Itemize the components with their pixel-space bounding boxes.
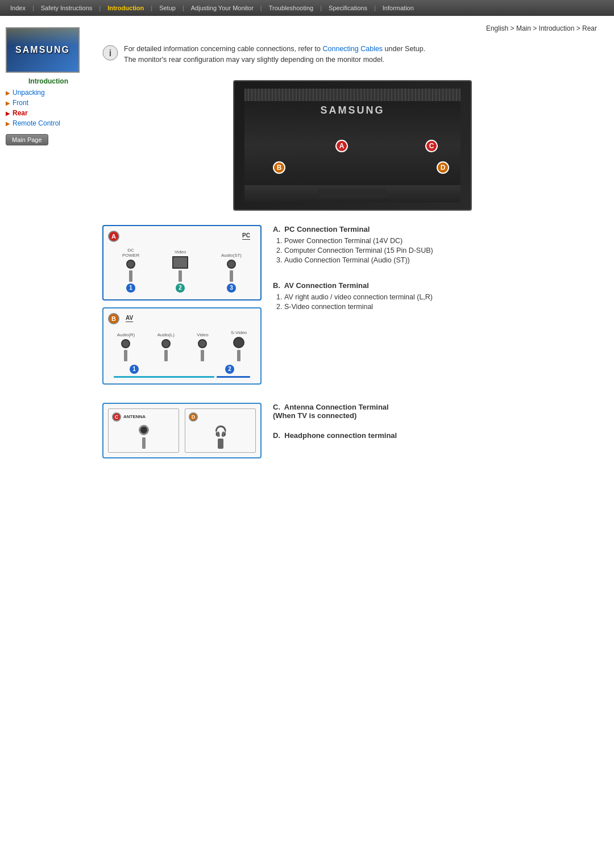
connection-box-b: B AV Audio(R)	[102, 307, 262, 385]
av-label-bar: AV	[123, 315, 256, 322]
section-a-title-text: PC Connection Terminal	[284, 225, 370, 233]
headphone-port	[189, 439, 252, 449]
port-audio-circle	[227, 260, 236, 269]
arrow-front-icon: ▶	[6, 100, 10, 106]
info-text-line2: under Setup.	[383, 45, 425, 53]
av-label: AV	[126, 315, 133, 322]
port-video-b: Video	[197, 332, 208, 361]
monitor-back-panel: SAMSUNG A C B D	[244, 89, 460, 202]
b-underlines	[108, 375, 256, 379]
port-audio-st-label: Audio(ST)	[221, 253, 242, 258]
headphone-section: D 🎧	[185, 408, 256, 453]
info-text-line3: The monitor's rear configuration may var…	[124, 56, 384, 64]
antenna-port	[112, 425, 175, 435]
pc-label-bar: PC	[123, 232, 256, 240]
sidebar-item-unpacking[interactable]: ▶ Unpacking	[6, 89, 91, 97]
svg-text:i: i	[109, 48, 111, 58]
port-audio-r-circle	[121, 339, 130, 348]
nav-sep-7: |	[374, 5, 376, 11]
antenna-pin-wrap	[112, 437, 175, 449]
sidebar-intro-label: Introduction	[6, 77, 91, 85]
headphone-icon: 🎧	[214, 425, 227, 437]
section-b-title-text: AV Connection Terminal	[284, 281, 369, 290]
info-text-block: For detailed information concerning cabl…	[124, 44, 425, 65]
navigation-bar: Index | Safety Instructions | Introducti…	[0, 0, 614, 16]
sidebar-item-remote[interactable]: ▶ Remote Control	[6, 119, 91, 127]
sidebar-item-front[interactable]: ▶ Front	[6, 99, 91, 107]
sidebar-link-remote[interactable]: Remote Control	[13, 119, 60, 127]
section-c-text: C. Antenna Connection Terminal (When TV …	[273, 403, 603, 420]
sidebar-link-rear[interactable]: Rear	[13, 109, 28, 117]
port-num-2-b: 2	[225, 365, 234, 374]
port-audio-r-pin	[124, 350, 127, 361]
connection-box-b-header: B AV	[108, 313, 256, 324]
badge-c-small: C	[112, 412, 121, 422]
sidebar-link-front[interactable]: Front	[13, 99, 28, 107]
nav-sep-2: |	[99, 5, 101, 11]
badge-b: B	[108, 313, 119, 324]
port-audio-pin	[230, 270, 233, 282]
nav-setup[interactable]: Setup	[155, 3, 180, 12]
pc-label: PC	[242, 232, 250, 240]
section-b-letter: B.	[273, 281, 283, 290]
nav-troubleshooting[interactable]: Troubleshooting	[264, 3, 318, 12]
section-c-title-text: Antenna Connection Terminal	[284, 403, 389, 411]
info-box: i For detailed information concerning ca…	[102, 39, 603, 70]
sidebar-link-unpacking[interactable]: Unpacking	[13, 89, 45, 97]
info-text-line1: For detailed information concerning cabl…	[124, 45, 323, 53]
main-container: SAMSUNG Introduction ▶ Unpacking ▶ Front…	[0, 16, 614, 482]
samsung-brand: SAMSUNG	[320, 105, 384, 116]
connecting-cables-link[interactable]: Connecting Cables	[323, 45, 383, 53]
connection-box-a-header: A PC	[108, 231, 256, 242]
port-svideo-pin	[237, 350, 240, 361]
port-audio-l-circle	[161, 339, 171, 348]
nav-introduction[interactable]: Introduction	[103, 3, 148, 12]
port-audio-r-label: Audio(R)	[117, 332, 135, 337]
sidebar-logo: SAMSUNG	[6, 27, 80, 73]
port-video-b-circle	[198, 339, 207, 348]
cd-port-row: C ANTENNA	[108, 408, 256, 453]
detail-text-col-cd: C. Antenna Connection Terminal (When TV …	[273, 403, 603, 465]
headphone-icon-wrap: 🎧	[189, 425, 252, 437]
badge-a: A	[108, 231, 119, 242]
port-row-b: Audio(R) Audio(L) Video	[108, 328, 256, 364]
port-dc-power: DCPOWER 1	[122, 248, 139, 293]
nav-sep-5: |	[260, 5, 262, 11]
section-b-list: AV right audio / video connection termin…	[276, 293, 603, 311]
section-c-subtitle: (When TV is connected)	[273, 411, 356, 420]
section-a-item-3: Audio Connection Terminal (Audio (ST))	[284, 256, 603, 264]
port-row-a: DCPOWER 1 Video 2 Audio(ST)	[108, 245, 256, 295]
port-num-2-a: 2	[176, 283, 185, 293]
antenna-section: C ANTENNA	[108, 408, 179, 453]
sidebar-item-rear[interactable]: ▶ Rear	[6, 109, 91, 117]
monitor-badge-c: C	[425, 140, 438, 152]
port-audio-l: Audio(L)	[157, 332, 175, 361]
detail-image-col-cd: C ANTENNA	[102, 403, 262, 465]
nav-information[interactable]: Information	[378, 3, 418, 12]
monitor-image: SAMSUNG A C B D	[233, 80, 472, 211]
nav-index[interactable]: Index	[6, 3, 30, 12]
port-audio-r: Audio(R)	[117, 332, 135, 361]
arrow-rear-icon: ▶	[6, 110, 10, 116]
main-page-button[interactable]: Main Page	[6, 134, 48, 145]
port-video-a-label: Video	[175, 249, 186, 254]
section-a-text: A. PC Connection Terminal Power Connecti…	[273, 225, 603, 264]
detail-sections-cd: C ANTENNA	[102, 403, 603, 465]
port-audio-l-pin	[164, 350, 168, 361]
section-b-title: B. AV Connection Terminal	[273, 281, 603, 290]
detail-text-col-ab: A. PC Connection Terminal Power Connecti…	[273, 225, 603, 391]
antenna-circle	[139, 425, 149, 435]
section-b-item-2: S-Video connection terminal	[284, 303, 603, 311]
section-a-letter: A.	[273, 225, 283, 233]
monitor-stand	[244, 185, 460, 202]
nav-specifications[interactable]: Specifications	[324, 3, 372, 12]
nav-sep-3: |	[151, 5, 152, 11]
nav-safety[interactable]: Safety Instructions	[36, 3, 97, 12]
nav-adjusting[interactable]: Adjusting Your Monitor	[186, 3, 258, 12]
port-num-1-b: 1	[130, 365, 139, 374]
section-d-text: D. Headphone connection terminal	[273, 431, 603, 440]
stand-base	[318, 189, 387, 198]
port-video-a: Video 2	[172, 249, 188, 293]
connection-box-cd: C ANTENNA	[102, 403, 262, 458]
section-a-item-2: Computer Connection Terminal (15 Pin D-S…	[284, 247, 603, 254]
